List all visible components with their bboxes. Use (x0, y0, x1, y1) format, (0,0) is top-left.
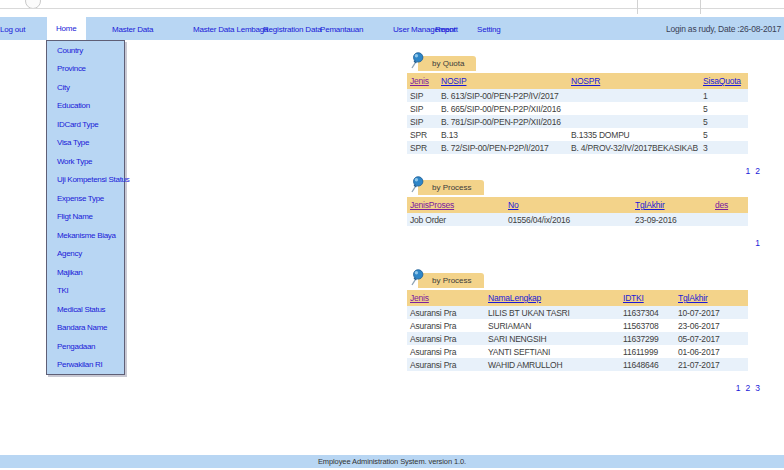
menu-item-expense-type[interactable]: Expense Type (47, 189, 124, 208)
menu-item-mekanisme-biaya[interactable]: Mekanisme Biaya (47, 226, 124, 245)
table-cell: Job Order (407, 215, 505, 225)
table-cell: 01556/04/ix/2016 (505, 215, 632, 225)
table-cell: WAHID AMRULLOH (485, 360, 620, 370)
pagination-2: 1 (407, 232, 760, 250)
column-header-no[interactable]: No (505, 200, 632, 210)
menu-item-medical-status[interactable]: Medical Status (47, 300, 124, 319)
table-cell: 11637299 (620, 334, 675, 344)
data-grid-3: JenisNamaLengkapIDTKITglAkhirAsuransi Pr… (407, 290, 748, 371)
column-header-nosip[interactable]: NOSIP (438, 76, 568, 86)
table-row: Asuransi PraSURIAMAN1156370823-06-2017 (407, 319, 748, 332)
table-cell: 11637304 (620, 308, 675, 318)
pushpin-icon (409, 269, 424, 286)
menu-item-city[interactable]: City (47, 78, 124, 97)
table-row: Asuransi PraYANTI SEFTIANI1161199901-06-… (407, 345, 748, 358)
table-cell: SPR (407, 143, 438, 153)
table-cell: Asuransi Pra (407, 334, 485, 344)
column-header-tglakhir[interactable]: TglAkhir (632, 200, 712, 210)
table-cell: 11563708 (620, 321, 675, 331)
column-header-jenis[interactable]: Jenis (407, 76, 438, 86)
page-link-1[interactable]: 1 (736, 383, 741, 393)
table-cell: 05-07-2017 (675, 334, 748, 344)
table-cell: 11648646 (620, 360, 675, 370)
table-cell: B. 72/SIP-00/PEN-P2P/I/2017 (438, 143, 568, 153)
table-row: SPRB. 72/SIP-00/PEN-P2P/I/2017B. 4/PROV-… (407, 141, 748, 154)
table-cell: 23-09-2016 (632, 215, 712, 225)
menu-item-majikan[interactable]: Majikan (47, 263, 124, 282)
menu-item-tki[interactable]: TKI (47, 282, 124, 301)
grid-header-row: JenisProsesNoTglAkhirdes (407, 197, 748, 213)
column-header-sisaquota[interactable]: SisaQuota (700, 76, 748, 86)
column-header-nospr[interactable]: NOSPR (568, 76, 700, 86)
table-row: Job Order01556/04/ix/201623-09-2016 (407, 213, 748, 226)
table-cell: 5 (700, 130, 748, 140)
column-header-idtki[interactable]: IDTKI (620, 293, 675, 303)
pagination-3: 123 (407, 377, 760, 395)
table-cell: B.13 (438, 130, 568, 140)
table-cell: Asuransi Pra (407, 321, 485, 331)
table-row: Asuransi PraLILIS BT UKAN TASRI116373041… (407, 306, 748, 319)
table-cell: 3 (700, 143, 748, 153)
menu-item-fligt-name[interactable]: Fligt Name (47, 208, 124, 227)
table-row: Asuransi PraWAHID AMRULLOH1164864621-07-… (407, 358, 748, 371)
panel-tab-by-quota-1[interactable]: by Quota (418, 56, 476, 71)
pushpin-icon (409, 176, 424, 193)
menu-item-bandara-name[interactable]: Bandara Name (47, 319, 124, 338)
column-header-jenisproses[interactable]: JenisProses (407, 200, 505, 210)
panel-3-by-process: by ProcessJenisNamaLengkapIDTKITglAkhirA… (407, 269, 760, 395)
menu-item-work-type[interactable]: Work Type (47, 152, 124, 171)
table-cell: Asuransi Pra (407, 360, 485, 370)
master-data-menu: CountryProvinceCityEducationIDCard TypeV… (46, 40, 125, 375)
table-cell: 5 (700, 117, 748, 127)
column-header-tglakhir[interactable]: TglAkhir (675, 293, 748, 303)
panel-2-by-process: by ProcessJenisProsesNoTglAkhirdesJob Or… (407, 176, 760, 250)
menu-item-education[interactable]: Education (47, 97, 124, 116)
menu-item-idcard-type[interactable]: IDCard Type (47, 115, 124, 134)
page-link-2[interactable]: 2 (746, 383, 751, 393)
table-row: SPRB.13B.1335 DOMPU5 (407, 128, 748, 141)
table-cell: 1 (700, 91, 748, 101)
page-link-1[interactable]: 1 (746, 166, 751, 176)
grid-header-row: JenisNamaLengkapIDTKITglAkhir (407, 290, 748, 306)
table-cell: SURIAMAN (485, 321, 620, 331)
table-cell: SPR (407, 130, 438, 140)
table-cell: 10-07-2017 (675, 308, 748, 318)
table-row: SIPB. 781/SIP-00/PEN-P2P/XII/20165 (407, 115, 748, 128)
table-cell: 23-06-2017 (675, 321, 748, 331)
page-link-1[interactable]: 1 (755, 238, 760, 248)
menu-item-country[interactable]: Country (47, 41, 124, 60)
table-cell: 01-06-2017 (675, 347, 748, 357)
table-row: SIPB. 665/SIP-00/PEN-P2P/XII/20165 (407, 102, 748, 115)
panel-1-by-quota: by QuotaJenisNOSIPNOSPRSisaQuotaSIPB. 61… (407, 52, 760, 178)
column-header-des[interactable]: des (712, 200, 748, 210)
page-link-3[interactable]: 3 (755, 383, 760, 393)
table-cell: B. 781/SIP-00/PEN-P2P/XII/2016 (438, 117, 568, 127)
table-cell: B. 4/PROV-32/IV/2017BEKASIKAB (568, 143, 700, 153)
table-cell: YANTI SEFTIANI (485, 347, 620, 357)
menu-item-uji-kompetensi-status[interactable]: Uji Kompetensi Status (47, 171, 124, 190)
table-cell: SIP (407, 91, 438, 101)
table-row: Asuransi PraSARI NENGSIH1163729905-07-20… (407, 332, 748, 345)
footer: Employee Administration System. version … (0, 455, 784, 468)
panel-tab-by-process-2[interactable]: by Process (418, 180, 484, 195)
panel-tab-by-process-3[interactable]: by Process (418, 273, 484, 288)
grid-header-row: JenisNOSIPNOSPRSisaQuota (407, 73, 748, 89)
column-header-namalengkap[interactable]: NamaLengkap (485, 293, 620, 303)
table-cell: Asuransi Pra (407, 308, 485, 318)
table-cell: Asuransi Pra (407, 347, 485, 357)
column-header-jenis[interactable]: Jenis (407, 293, 485, 303)
menu-item-perwakilan-ri[interactable]: Perwakilan RI (47, 356, 124, 375)
table-cell: LILIS BT UKAN TASRI (485, 308, 620, 318)
page-link-2[interactable]: 2 (755, 166, 760, 176)
pushpin-icon (409, 52, 424, 69)
table-cell: B. 665/SIP-00/PEN-P2P/XII/2016 (438, 104, 568, 114)
data-grid-2: JenisProsesNoTglAkhirdesJob Order01556/0… (407, 197, 748, 226)
table-cell: B. 613/SIP-00/PEN-P2P/IV/2017 (438, 91, 568, 101)
menu-item-province[interactable]: Province (47, 60, 124, 79)
menu-item-visa-type[interactable]: Visa Type (47, 134, 124, 153)
table-cell: SIP (407, 117, 438, 127)
menu-item-pengadaan[interactable]: Pengadaan (47, 337, 124, 356)
table-cell: SARI NENGSIH (485, 334, 620, 344)
menu-item-agency[interactable]: Agency (47, 245, 124, 264)
data-grid-1: JenisNOSIPNOSPRSisaQuotaSIPB. 613/SIP-00… (407, 73, 748, 154)
